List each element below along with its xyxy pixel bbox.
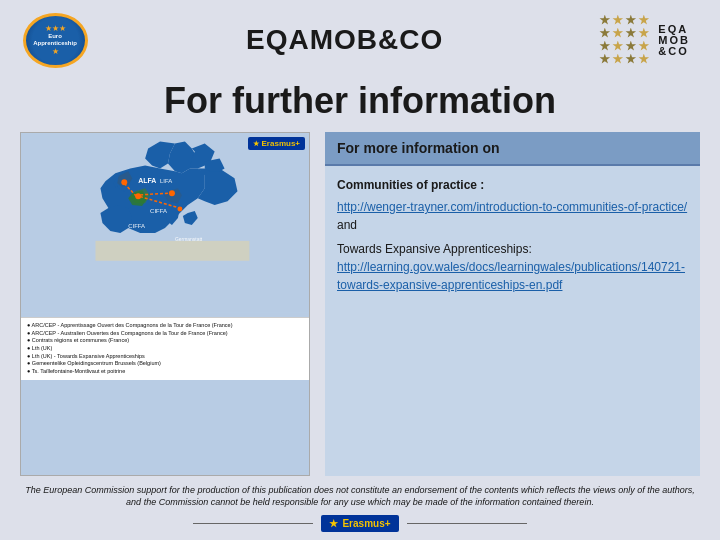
map-label-1: ALFA xyxy=(138,177,156,184)
logo-stars-bottom: ★ xyxy=(52,47,59,56)
grid-cell-1 xyxy=(599,15,610,26)
grid-cell-4 xyxy=(638,15,649,26)
info-header: For more information on xyxy=(325,132,700,166)
grid-cell-11 xyxy=(625,41,636,52)
grid-cell-12 xyxy=(638,41,649,52)
grid-cell-13 xyxy=(599,54,610,65)
grid-cell-15 xyxy=(625,54,636,65)
info-body: Communities of practice : http://wenger-… xyxy=(325,166,700,476)
erasmus-footer-label: Erasmus+ xyxy=(342,518,390,529)
towards-label: Towards Expansive Apprenticeships: xyxy=(337,242,532,256)
header: ★★★ EuroApprenticeship ★ EQAMOB&CO xyxy=(0,0,720,75)
legend-line-7: ● Ts. Taïllefontaine-Montlivaut et poitr… xyxy=(27,368,303,376)
logo-text: EuroApprenticeship xyxy=(33,33,77,46)
grid-cell-10 xyxy=(612,41,623,52)
north-africa xyxy=(95,241,249,261)
app-title: EQAMOB&CO xyxy=(246,24,443,56)
footer-erasmus: ★ Erasmus+ xyxy=(0,515,720,540)
link1-container: http://wenger-trayner.com/introduction-t… xyxy=(337,198,688,234)
legend-line-3: ● Contrats régions et communes (France) xyxy=(27,337,303,345)
map-label-5: LIFA xyxy=(160,178,172,184)
euro-apprenticeship-logo: ★★★ EuroApprenticeship ★ xyxy=(20,10,90,70)
marker-central xyxy=(169,190,175,196)
marker-italy xyxy=(177,207,182,212)
and-text: and xyxy=(337,218,357,232)
grid-cell-8 xyxy=(638,28,649,39)
erasmus-footer-stars: ★ xyxy=(329,518,338,529)
logo-stars: ★★★ xyxy=(45,24,66,33)
eqa-line2: MOB xyxy=(658,35,690,46)
grid-cell-2 xyxy=(612,15,623,26)
towards-container: Towards Expansive Apprenticeships: http:… xyxy=(337,240,688,294)
grid-cell-6 xyxy=(612,28,623,39)
page: ★★★ EuroApprenticeship ★ EQAMOB&CO xyxy=(0,0,720,540)
legend-line-4: ● Lth (UK) xyxy=(27,345,303,353)
page-title: For further information xyxy=(0,75,720,132)
eqa-text-block: EQA MOB &CO xyxy=(658,24,690,57)
map-svg: ALFA CIFFA CIFFA Germanstatt LIFA xyxy=(21,133,309,313)
marker-france xyxy=(135,193,141,199)
info-panel: For more information on Communities of p… xyxy=(325,132,700,476)
grid-cell-14 xyxy=(612,54,623,65)
europe-map: ★ Erasmus+ xyxy=(20,132,310,476)
apprenticeships-link[interactable]: http://learning.gov.wales/docs/learningw… xyxy=(337,260,685,292)
legend-line-5: ● Lth (UK) - Towards Expansive Apprentic… xyxy=(27,353,303,361)
content-area: ★ Erasmus+ xyxy=(0,132,720,476)
erasmus-map-badge: ★ Erasmus+ xyxy=(248,137,305,150)
footer-text: The European Commission support for the … xyxy=(0,476,720,515)
eqa-grid-icon xyxy=(599,15,650,66)
grid-cell-3 xyxy=(625,15,636,26)
grid-cell-5 xyxy=(599,28,610,39)
eqa-logo: EQA MOB &CO xyxy=(599,15,690,66)
eqa-line1: EQA xyxy=(658,24,690,35)
grid-cell-7 xyxy=(625,28,636,39)
map-label-2: CIFFA xyxy=(150,208,167,214)
legend-line-1: ● ARC/CEP - Apprentissage Ouvert des Com… xyxy=(27,322,303,330)
erasmus-stars: ★ xyxy=(253,140,259,148)
euro-logo-circle: ★★★ EuroApprenticeship ★ xyxy=(23,13,88,68)
eqa-line3: &CO xyxy=(658,46,690,57)
map-legend: ● ARC/CEP - Apprentissage Ouvert des Com… xyxy=(21,317,309,380)
marker-uk xyxy=(121,179,127,185)
erasmus-map-label: Erasmus+ xyxy=(262,139,300,148)
erasmus-footer-badge: ★ Erasmus+ xyxy=(321,515,398,532)
grid-cell-9 xyxy=(599,41,610,52)
legend-line-6: ● Gemeentelike Opleidingscentrum Brussel… xyxy=(27,360,303,368)
footer-line-right xyxy=(407,523,527,524)
grid-cell-16 xyxy=(638,54,649,65)
footer-line-left xyxy=(193,523,313,524)
map-label-3: CIFFA xyxy=(128,223,145,229)
communities-link[interactable]: http://wenger-trayner.com/introduction-t… xyxy=(337,200,687,214)
legend-line-2: ● ARC/CEP - Australien Ouvertes des Comp… xyxy=(27,330,303,338)
communities-label: Communities of practice : xyxy=(337,176,688,194)
